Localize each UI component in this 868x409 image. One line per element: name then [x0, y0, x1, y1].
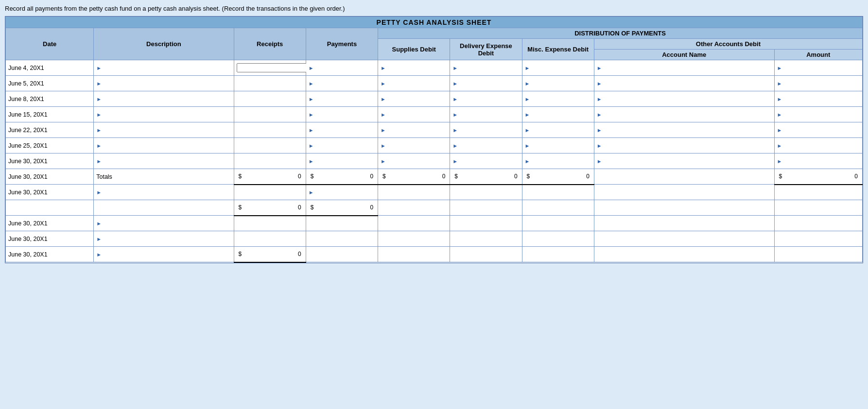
dist-header: DISTRIBUTION OF PAYMENTS — [378, 28, 863, 39]
amount-cell[interactable]: ► — [774, 60, 862, 76]
amount-cell[interactable]: ► — [774, 153, 862, 169]
payments-cell[interactable]: ► — [306, 153, 378, 169]
table-row-final: June 30, 20X1 ► $0 — [6, 247, 863, 262]
acctname-cell[interactable]: ► — [594, 122, 774, 138]
col-header-delivery: Delivery Expense Debit — [450, 39, 522, 60]
payments-cell[interactable]: ► — [306, 107, 378, 122]
receipts-cell[interactable] — [234, 76, 306, 91]
arrow-icon: ► — [309, 112, 314, 118]
delivery-cell[interactable]: ► — [450, 91, 522, 107]
arrow-icon: ► — [777, 112, 782, 118]
arrow-icon: ► — [777, 158, 782, 164]
arrow-icon: ► — [452, 81, 458, 86]
empty1 — [378, 200, 450, 216]
amount-cell[interactable]: ► — [774, 76, 862, 91]
acctname-cell[interactable]: ► — [594, 91, 774, 107]
supplies-cell[interactable]: ► — [378, 60, 450, 76]
arrow-icon: ► — [525, 158, 530, 164]
acctname-cell[interactable]: ► — [594, 138, 774, 153]
supplies-cell[interactable]: ► — [378, 138, 450, 153]
arrow-icon: ► — [96, 189, 102, 195]
arrow-icon: ► — [777, 143, 782, 149]
misc-cell[interactable]: ► — [522, 91, 594, 107]
delivery-cell[interactable]: ► — [450, 153, 522, 169]
misc-cell-empty — [522, 185, 594, 200]
desc-cell: ► — [94, 91, 234, 107]
payments-cell[interactable]: ► — [306, 76, 378, 91]
receipts-cell[interactable] — [234, 122, 306, 138]
payments-empty2[interactable] — [306, 231, 378, 247]
delivery-cell[interactable]: ► — [450, 122, 522, 138]
s4 — [594, 216, 774, 231]
desc-cell: ► — [94, 60, 234, 76]
acctname-cell[interactable]: ► — [594, 60, 774, 76]
payments-empty[interactable] — [306, 216, 378, 231]
acctname-cell[interactable]: ► — [594, 76, 774, 91]
receipts-cell[interactable] — [234, 153, 306, 169]
amount-cell[interactable]: ► — [774, 138, 862, 153]
receipts-cell[interactable] — [234, 138, 306, 153]
receipts-cell[interactable] — [234, 60, 306, 76]
s2 — [450, 216, 522, 231]
table-row: June 8, 20X1 ► ► ► ► ► ► ► — [6, 91, 863, 107]
col-header-payments: Payments — [306, 28, 378, 60]
arrow-icon: ► — [309, 158, 314, 164]
arrow-icon: ► — [381, 65, 386, 71]
acctname-cell[interactable]: ► — [594, 107, 774, 122]
desc-cell: ► — [94, 247, 234, 262]
amount-cell[interactable]: ► — [774, 107, 862, 122]
supplies-cell[interactable]: ► — [378, 91, 450, 107]
f3 — [522, 247, 594, 262]
misc-cell[interactable]: ► — [522, 153, 594, 169]
misc-cell[interactable]: ► — [522, 60, 594, 76]
acctname-cell[interactable]: ► — [594, 153, 774, 169]
payments-cell[interactable]: ► — [306, 91, 378, 107]
receipts-empty2[interactable] — [234, 231, 306, 247]
receipts-cell[interactable] — [234, 185, 306, 200]
delivery-cell[interactable]: ► — [450, 107, 522, 122]
arrow-icon: ► — [452, 143, 458, 149]
date-cell: June 30, 20X1 — [6, 247, 94, 262]
arrow-icon: ► — [452, 96, 458, 102]
arrow-icon: ► — [309, 143, 314, 149]
date-cell: June 30, 20X1 — [6, 153, 94, 169]
col-header-date: Date — [6, 28, 94, 60]
col-header-account-name: Account Name — [594, 50, 774, 60]
totals-row: June 30, 20X1 Totals $0 $0 $0 $0 $0 — [6, 169, 863, 185]
receipts-cell[interactable] — [234, 91, 306, 107]
amount-cell[interactable]: ► — [774, 122, 862, 138]
instruction-bar: Record all payments from the petty cash … — [5, 5, 863, 12]
supplies-cell[interactable]: ► — [378, 76, 450, 91]
receipts-empty[interactable] — [234, 216, 306, 231]
empty3 — [522, 200, 594, 216]
desc-cell: ► — [94, 107, 234, 122]
date-cell: June 30, 20X1 — [6, 231, 94, 247]
totals-date: June 30, 20X1 — [6, 169, 94, 185]
payments-cell[interactable]: ► — [306, 60, 378, 76]
payments-cell[interactable]: ► — [306, 122, 378, 138]
col-header-receipts: Receipts — [234, 28, 306, 60]
delivery-cell[interactable]: ► — [450, 138, 522, 153]
amount-cell[interactable]: ► — [774, 91, 862, 107]
payments-cell[interactable]: ► — [306, 185, 378, 200]
supplies-cell[interactable]: ► — [378, 122, 450, 138]
arrow-icon: ► — [309, 189, 314, 195]
arrow-icon: ► — [309, 65, 314, 71]
payments-cell[interactable]: ► — [306, 138, 378, 153]
arrow-icon: ► — [777, 81, 782, 86]
supplies-cell[interactable]: ► — [378, 153, 450, 169]
acctname-cell-empty — [594, 185, 774, 200]
misc-cell[interactable]: ► — [522, 107, 594, 122]
misc-cell[interactable]: ► — [522, 122, 594, 138]
arrow-icon: ► — [525, 112, 530, 118]
s1 — [378, 216, 450, 231]
receipts-cell[interactable] — [234, 107, 306, 122]
supplies-cell[interactable]: ► — [378, 107, 450, 122]
delivery-cell[interactable]: ► — [450, 76, 522, 91]
misc-cell[interactable]: ► — [522, 76, 594, 91]
delivery-cell[interactable]: ► — [450, 60, 522, 76]
misc-cell[interactable]: ► — [522, 138, 594, 153]
sub-totals-row: $0 $0 — [6, 200, 863, 216]
arrow-icon: ► — [597, 143, 602, 149]
date-cell: June 30, 20X1 — [6, 216, 94, 231]
